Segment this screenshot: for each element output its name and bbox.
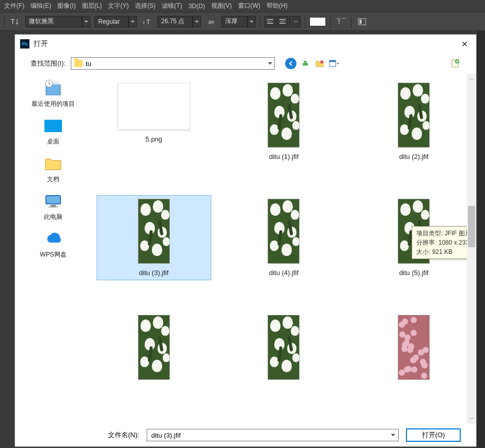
font-size-select[interactable]: 26.75 点 <box>158 16 193 27</box>
character-panel-button[interactable] <box>356 15 368 28</box>
file-thumbnail <box>118 83 190 130</box>
documents-icon <box>43 154 64 173</box>
font-style-dropdown[interactable] <box>129 16 137 27</box>
nav-back-button[interactable] <box>285 58 296 69</box>
menu-layer[interactable]: 图层(L) <box>82 2 102 10</box>
file-item[interactable] <box>227 311 341 389</box>
place-documents[interactable]: 文档 <box>41 152 66 186</box>
scroll-down-button[interactable]: ﹀ <box>467 414 476 424</box>
file-item[interactable]: ditu (4).jfif <box>227 195 341 280</box>
menu-3d[interactable]: 3D(D) <box>189 3 205 10</box>
dialog-body: 最近使用的项目 桌面 文档 此电脑 <box>15 74 476 424</box>
file-thumbnail <box>268 83 300 148</box>
text-orientation-toggle[interactable]: T <box>9 15 21 28</box>
options-bar: T 微软雅黑 Regular TT 26.75 点 aa 浑厚 T <box>0 12 485 31</box>
antialias-select[interactable]: 浑厚 <box>222 16 247 27</box>
filename-label: 文件名(N): <box>108 430 139 440</box>
warp-text-button[interactable]: T <box>335 15 347 28</box>
lookin-label: 查找范围(I): <box>30 59 66 68</box>
recent-icon <box>43 79 64 98</box>
place-thispc[interactable]: 此电脑 <box>41 190 66 223</box>
file-thumbnail <box>398 315 430 380</box>
font-size-icon: TT <box>141 15 153 28</box>
menu-filter[interactable]: 滤镜(T) <box>162 2 182 10</box>
svg-text:T: T <box>143 21 145 25</box>
vertical-scrollbar[interactable]: ︿ ﹀ <box>467 74 476 424</box>
scroll-track[interactable] <box>467 83 476 414</box>
font-size-dropdown[interactable] <box>193 16 201 27</box>
svg-rect-14 <box>44 120 62 132</box>
file-label: ditu (4).jfif <box>269 269 299 277</box>
place-label: 此电脑 <box>44 213 62 221</box>
menu-select[interactable]: 选择(S) <box>135 2 155 10</box>
separator <box>4 15 5 28</box>
menu-edit[interactable]: 编辑(E) <box>30 2 51 10</box>
place-desktop[interactable]: 桌面 <box>41 115 66 148</box>
places-sidebar: 最近使用的项目 桌面 文档 此电脑 <box>15 74 91 424</box>
menu-help[interactable]: 帮助(H) <box>267 2 288 10</box>
svg-text:T: T <box>146 18 150 25</box>
place-label: 桌面 <box>47 137 59 146</box>
svg-text:T: T <box>337 19 341 25</box>
lookin-combobox[interactable]: tu <box>71 57 275 70</box>
font-family-select[interactable]: 微软雅黑 <box>25 16 82 27</box>
open-button[interactable]: 打开(O) <box>406 428 461 442</box>
svg-rect-17 <box>51 205 56 206</box>
file-label: ditu (3).jfif <box>139 269 168 277</box>
menu-file[interactable]: 文件(F) <box>4 2 24 10</box>
svg-rect-18 <box>49 206 58 207</box>
file-thumbnail <box>398 83 430 148</box>
menu-window[interactable]: 窗口(W) <box>238 2 260 10</box>
antialias-dropdown[interactable] <box>247 16 256 27</box>
place-wps[interactable]: WPS网盘 <box>38 228 68 261</box>
separator <box>351 15 352 28</box>
file-item[interactable]: ditu (2).jfif <box>356 79 471 164</box>
desktop-icon <box>43 117 64 135</box>
cloud-icon <box>43 230 64 248</box>
nav-up-button[interactable] <box>300 58 311 69</box>
file-thumbnail <box>268 315 300 380</box>
dialog-toolbar: 查找范围(I): tu <box>15 53 476 74</box>
separator <box>305 15 305 28</box>
place-recent[interactable]: 最近使用的项目 <box>29 77 77 110</box>
font-style-select[interactable]: Regular <box>95 16 129 27</box>
file-item[interactable] <box>97 311 211 389</box>
file-label: 5.png <box>146 135 163 143</box>
view-menu-button[interactable] <box>328 58 340 69</box>
menu-image[interactable]: 图像(I) <box>57 2 75 10</box>
menu-type[interactable]: 文字(Y) <box>108 2 129 10</box>
filename-combobox[interactable]: ditu (3).jfif <box>147 429 399 441</box>
dialog-titlebar: Ps 打开 ✕ <box>15 35 476 53</box>
align-center-button[interactable] <box>277 16 288 27</box>
align-left-button[interactable] <box>264 16 276 27</box>
file-thumbnail <box>268 199 300 264</box>
file-item[interactable]: ditu (1).jfif <box>227 79 341 164</box>
scroll-up-button[interactable]: ︿ <box>467 74 476 83</box>
new-folder-button[interactable] <box>314 58 325 69</box>
filename-value: ditu (3).jfif <box>151 431 181 439</box>
app-menubar: 文件(F) 编辑(E) 图像(I) 图层(L) 文字(Y) 选择(S) 滤镜(T… <box>0 0 485 12</box>
font-family-dropdown[interactable] <box>82 16 90 27</box>
scroll-thumb[interactable] <box>468 206 475 247</box>
new-document-button[interactable] <box>449 58 461 69</box>
file-item[interactable]: ditu (3).jfif <box>97 195 211 280</box>
antialias-icon: aa <box>205 15 217 28</box>
menu-view[interactable]: 视图(V) <box>211 2 232 10</box>
file-list-pane: 5.pngditu (1).jfifditu (2).jfifditu (3).… <box>91 74 476 424</box>
svg-rect-8 <box>330 60 336 62</box>
lookin-value: tu <box>86 60 91 68</box>
chevron-down-icon <box>391 434 395 437</box>
place-label: 文档 <box>47 175 59 184</box>
photoshop-icon: Ps <box>20 39 29 49</box>
text-color-swatch[interactable] <box>309 17 326 26</box>
file-item[interactable]: 5.png <box>97 79 211 164</box>
place-label: 最近使用的项目 <box>32 100 75 108</box>
computer-icon <box>43 192 64 211</box>
align-right-button[interactable] <box>289 16 301 27</box>
dialog-close-button[interactable]: ✕ <box>458 37 471 51</box>
file-item[interactable] <box>356 311 471 389</box>
svg-point-6 <box>320 60 323 63</box>
folder-icon <box>74 60 83 67</box>
separator <box>260 15 260 28</box>
text-align-group <box>264 16 301 27</box>
